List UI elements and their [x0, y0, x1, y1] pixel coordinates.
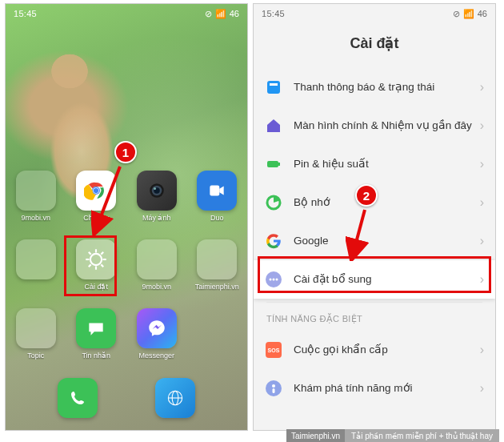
- dock-browser[interactable]: [150, 378, 200, 418]
- app-camera[interactable]: Máy ảnh: [132, 171, 182, 239]
- messenger-icon: [137, 308, 177, 348]
- app-duo[interactable]: Duo: [192, 171, 242, 239]
- globe-icon: [155, 378, 195, 418]
- app-messenger[interactable]: Messenger: [132, 308, 182, 377]
- svg-rect-34: [273, 388, 275, 393]
- watermark-footer: Taimienphi.vn Tải phần mềm miễn phí + th…: [286, 429, 499, 442]
- svg-point-28: [273, 279, 275, 281]
- row-emergency-call[interactable]: SOS Cuộc gọi khẩn cấp ›: [254, 331, 495, 369]
- battery-text: 46: [478, 9, 487, 18]
- svg-rect-23: [267, 161, 278, 167]
- chevron-right-icon: ›: [480, 381, 484, 396]
- footer-brand: Taimienphi.vn: [286, 429, 345, 442]
- row-home-recent[interactable]: Màn hình chính & Nhiệm vụ gần đây ›: [254, 106, 495, 145]
- chrome-icon: [76, 171, 116, 211]
- app-9mobi[interactable]: 9mobi.vn: [11, 171, 61, 239]
- signal-icon: 📶: [215, 9, 226, 19]
- dock: [6, 374, 247, 422]
- app-taimienphi[interactable]: Taimienphi.vn: [192, 239, 242, 308]
- phone-home-screen: 15:45 ⊘ 📶 46 9mobi.vn Chrome Máy ảnh: [5, 3, 248, 431]
- folder-icon: [197, 239, 237, 279]
- chevron-right-icon: ›: [480, 80, 484, 94]
- svg-point-29: [276, 279, 278, 281]
- svg-point-2: [94, 188, 98, 193]
- status-time: 15:45: [262, 9, 285, 18]
- duo-icon: [197, 171, 237, 211]
- chevron-right-icon: ›: [480, 195, 484, 210]
- row-battery[interactable]: Pin & hiệu suất ›: [254, 145, 495, 183]
- app-chrome[interactable]: Chrome: [71, 171, 121, 239]
- home-grid: 9mobi.vn Chrome Máy ảnh Duo: [6, 171, 247, 372]
- svg-point-33: [272, 384, 275, 388]
- svg-point-6: [154, 187, 156, 190]
- folder-icon: [16, 171, 56, 211]
- storage-icon: [265, 194, 282, 211]
- home-icon: [265, 117, 282, 135]
- step-badge-2: 2: [355, 184, 378, 207]
- battery-text: 46: [230, 9, 239, 18]
- chevron-right-icon: ›: [480, 234, 484, 248]
- chevron-right-icon: ›: [480, 272, 484, 287]
- phone-icon: [58, 378, 98, 418]
- messages-icon: [76, 308, 116, 348]
- page-title: Cài đặt: [254, 23, 495, 68]
- app-messages[interactable]: Tin nhắn: [71, 308, 121, 377]
- do-not-disturb-icon: ⊘: [453, 9, 460, 19]
- app-settings[interactable]: Cài đặt: [71, 239, 121, 308]
- app-9mobi-2[interactable]: 9mobi.vn: [132, 239, 182, 308]
- discover-icon: [265, 380, 282, 397]
- svg-rect-24: [278, 163, 280, 166]
- gear-icon: [76, 239, 116, 279]
- folder-icon: [16, 308, 56, 348]
- svg-point-27: [270, 279, 272, 281]
- chevron-right-icon: ›: [480, 119, 484, 133]
- svg-line-15: [89, 264, 91, 267]
- more-icon: [265, 271, 282, 288]
- do-not-disturb-icon: ⊘: [205, 9, 212, 19]
- folder-icon: [137, 239, 177, 279]
- svg-line-14: [102, 264, 104, 267]
- svg-text:SOS: SOS: [268, 348, 280, 353]
- status-bar: 15:45 ⊘ 📶 46: [254, 4, 495, 23]
- row-additional-settings[interactable]: Cài đặt bổ sung ›: [254, 260, 495, 299]
- sos-icon: SOS: [265, 341, 282, 359]
- folder-icon: [16, 239, 56, 279]
- chevron-right-icon: ›: [480, 157, 484, 171]
- google-icon: [265, 232, 282, 250]
- app-folder-colors[interactable]: [11, 239, 61, 308]
- section-header-special: TÍNH NĂNG ĐẶC BIỆT: [254, 303, 495, 331]
- svg-line-16: [102, 252, 104, 255]
- svg-line-13: [89, 252, 91, 255]
- signal-icon: 📶: [463, 9, 474, 19]
- battery-icon: [265, 155, 282, 173]
- svg-rect-21: [267, 81, 280, 94]
- phone-settings-screen: 15:45 ⊘ 📶 46 Cài đặt Thanh thông báo & t…: [253, 3, 496, 431]
- step-badge-1: 1: [114, 141, 137, 163]
- dock-phone[interactable]: [53, 378, 102, 418]
- camera-icon: [137, 171, 177, 211]
- row-notification-bar[interactable]: Thanh thông báo & trạng thái ›: [254, 68, 495, 106]
- row-discover-features[interactable]: Khám phá tính năng mới ›: [254, 369, 495, 408]
- svg-rect-7: [210, 186, 220, 196]
- svg-point-8: [90, 254, 102, 265]
- chevron-right-icon: ›: [480, 343, 484, 357]
- status-bar: 15:45 ⊘ 📶 46: [6, 4, 247, 23]
- status-time: 15:45: [14, 9, 37, 18]
- row-google[interactable]: Google ›: [254, 222, 495, 260]
- svg-rect-22: [270, 83, 278, 86]
- app-topic[interactable]: Topic: [11, 308, 61, 377]
- notification-icon: [265, 78, 282, 96]
- footer-slogan: Tải phần mềm miễn phí + thủ thuật hay: [345, 432, 499, 440]
